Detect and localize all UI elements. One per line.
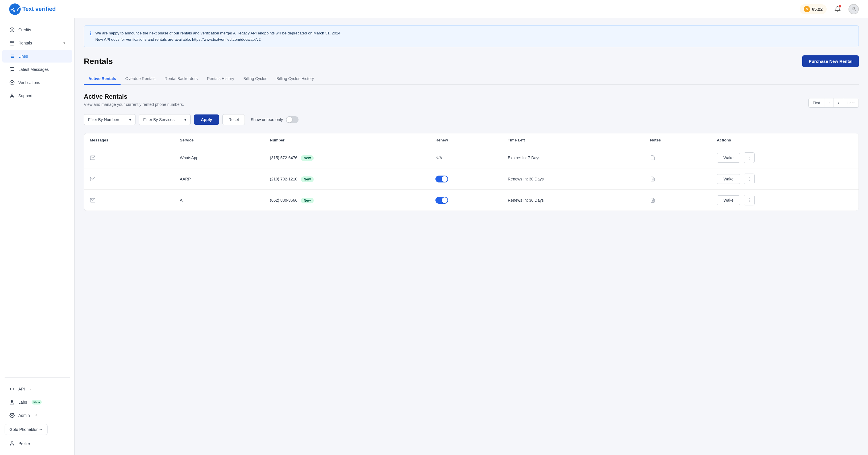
filter-numbers-label: Filter By Numbers xyxy=(88,117,120,122)
row3-wake-button[interactable]: Wake xyxy=(717,195,740,205)
page-title: Rentals xyxy=(84,57,113,66)
check-circle-icon xyxy=(9,80,15,86)
sidebar-item-profile[interactable]: Profile xyxy=(2,437,72,450)
row1-notes[interactable] xyxy=(644,147,711,168)
toggle-thumb xyxy=(442,176,447,182)
sidebar-item-verifications[interactable]: Verifications xyxy=(2,76,72,89)
logo-text: Text verified xyxy=(22,6,56,12)
tab-overdue-rentals[interactable]: Overdue Rentals xyxy=(121,73,160,85)
tab-billing-cycles-history[interactable]: Billing Cycles History xyxy=(272,73,319,85)
row3-renew[interactable] xyxy=(430,190,502,211)
sidebar-label-profile: Profile xyxy=(19,441,30,446)
tab-rentals-history[interactable]: Rentals History xyxy=(203,73,239,85)
sidebar-item-latest-messages[interactable]: Latest Messages xyxy=(2,63,72,76)
pagination-last-button[interactable]: Last xyxy=(843,98,859,107)
calendar-icon xyxy=(9,40,15,46)
api-arrow-icon: › xyxy=(30,387,31,391)
pagination-prev-button[interactable]: ‹ xyxy=(825,98,834,107)
apply-button[interactable]: Apply xyxy=(194,115,219,125)
logo-icon xyxy=(9,3,21,15)
tab-billing-cycles[interactable]: Billing Cycles xyxy=(239,73,272,85)
logo[interactable]: Text verified xyxy=(9,3,56,15)
filter-by-numbers-select[interactable]: Filter By Numbers ▾ xyxy=(84,114,135,125)
col-notes: Notes xyxy=(644,133,711,147)
table-row: All (662) 880-3666 New Renews In: 30 Day… xyxy=(84,190,859,211)
sidebar-item-labs[interactable]: Labs New xyxy=(2,396,72,409)
col-renew: Renew xyxy=(430,133,502,147)
row2-renew-toggle[interactable] xyxy=(435,175,448,183)
avatar[interactable] xyxy=(848,4,859,14)
list-icon xyxy=(9,53,15,59)
row3-actions-group: Wake ⋮ xyxy=(717,195,853,205)
row1-wake-button[interactable]: Wake xyxy=(717,153,740,163)
envelope-icon xyxy=(90,176,96,182)
credits-badge[interactable]: $ 65.22 xyxy=(800,4,827,14)
filter-by-services-select[interactable]: Filter By Services ▾ xyxy=(139,114,191,125)
row3-notes[interactable] xyxy=(644,190,711,211)
row1-messages xyxy=(84,147,174,168)
sidebar-label-latest-messages: Latest Messages xyxy=(19,67,49,72)
sidebar-item-api[interactable]: API › xyxy=(2,383,72,395)
svg-point-14 xyxy=(11,94,13,96)
sidebar-top: Credits Rentals ▾ Lines Latest Messa xyxy=(0,21,74,375)
tab-rental-backorders[interactable]: Rental Backorders xyxy=(160,73,203,85)
external-link-icon: ↗ xyxy=(34,413,37,417)
row3-more-button[interactable]: ⋮ xyxy=(744,195,755,205)
row3-renew-toggle[interactable] xyxy=(435,197,448,204)
row2-renew[interactable] xyxy=(430,168,502,190)
row3-actions: Wake ⋮ xyxy=(711,190,859,211)
purchase-new-rental-button[interactable]: Purchase New Rental xyxy=(802,55,859,67)
col-service: Service xyxy=(174,133,265,147)
row2-notes[interactable] xyxy=(644,168,711,190)
reset-button[interactable]: Reset xyxy=(222,114,245,125)
row3-service: All xyxy=(174,190,265,211)
sidebar-label-admin: Admin xyxy=(19,413,30,418)
col-number: Number xyxy=(264,133,430,147)
sidebar-label-lines: Lines xyxy=(19,54,28,59)
sidebar-item-rentals[interactable]: Rentals ▾ xyxy=(2,37,72,50)
sidebar-divider xyxy=(5,377,70,378)
notes-icon[interactable] xyxy=(650,176,655,182)
row2-number: (210) 792-1210 New xyxy=(264,168,430,190)
sidebar-item-support[interactable]: Support xyxy=(2,90,72,102)
row1-renew: N/A xyxy=(430,147,502,168)
row2-new-badge: New xyxy=(301,176,314,182)
row2-more-button[interactable]: ⋮ xyxy=(744,173,755,184)
credits-coin-icon: $ xyxy=(804,6,810,12)
toggle-thumb xyxy=(286,117,292,123)
row2-wake-button[interactable]: Wake xyxy=(717,174,740,184)
message-icon xyxy=(9,67,15,72)
tabs: Active Rentals Overdue Rentals Rental Ba… xyxy=(84,73,859,85)
goto-phoneblur-button[interactable]: Goto Phoneblur → xyxy=(5,424,48,435)
page-header: Rentals Purchase New Rental xyxy=(84,55,859,67)
section-title-group: Active Rentals View and manage your curr… xyxy=(84,93,184,112)
profile-icon xyxy=(9,441,15,446)
col-time-left: Time Left xyxy=(502,133,644,147)
show-unread-toggle[interactable] xyxy=(286,116,299,123)
notes-icon[interactable] xyxy=(650,155,655,160)
row3-messages xyxy=(84,190,174,211)
banner-text: We are happy to announce the next phase … xyxy=(95,30,342,42)
sidebar: Credits Rentals ▾ Lines Latest Messa xyxy=(0,19,74,455)
notifications-button[interactable] xyxy=(832,4,843,14)
row1-more-button[interactable]: ⋮ xyxy=(744,152,755,163)
section-header-row: Active Rentals View and manage your curr… xyxy=(84,93,859,112)
filter-services-chevron-icon: ▾ xyxy=(184,117,186,122)
notes-icon[interactable] xyxy=(650,197,655,203)
show-unread-label: Show unread only xyxy=(251,117,283,122)
pagination-first-button[interactable]: First xyxy=(809,98,824,107)
sidebar-item-admin[interactable]: Admin ↗ xyxy=(2,409,72,422)
row1-actions: Wake ⋮ xyxy=(711,147,859,168)
pagination-next-button[interactable]: › xyxy=(834,98,843,107)
sidebar-item-lines[interactable]: Lines xyxy=(2,50,72,63)
row3-number: (662) 880-3666 New xyxy=(264,190,430,211)
code-icon xyxy=(9,386,15,392)
col-actions: Actions xyxy=(711,133,859,147)
layout: Credits Rentals ▾ Lines Latest Messa xyxy=(0,19,868,455)
tab-active-rentals[interactable]: Active Rentals xyxy=(84,73,121,85)
col-messages: Messages xyxy=(84,133,174,147)
sidebar-item-credits[interactable]: Credits xyxy=(2,24,72,36)
sidebar-label-verifications: Verifications xyxy=(19,80,40,85)
rentals-chevron-icon: ▾ xyxy=(63,41,65,45)
svg-point-2 xyxy=(853,7,855,9)
